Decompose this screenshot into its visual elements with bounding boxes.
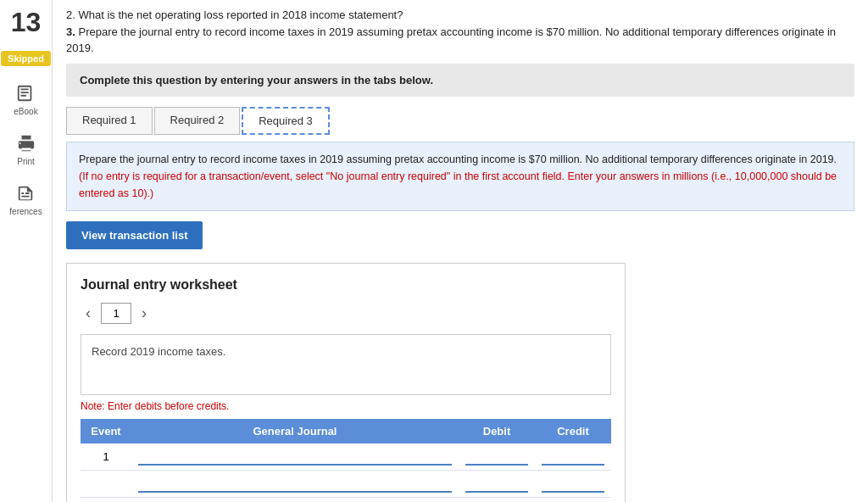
col-credit: Credit bbox=[535, 419, 611, 443]
ebook-label: eBook bbox=[14, 107, 37, 116]
credit-input-1[interactable] bbox=[542, 448, 604, 466]
worksheet-title: Journal entry worksheet bbox=[81, 277, 611, 293]
general-journal-cell bbox=[131, 470, 459, 497]
main-content: 2. What is the net operating loss report… bbox=[53, 0, 868, 502]
note-warning: Note: Enter debits before credits. bbox=[81, 400, 611, 412]
general-journal-input-1[interactable] bbox=[138, 448, 452, 466]
note-area: Record 2019 income taxes. bbox=[81, 334, 611, 395]
table-row bbox=[81, 497, 611, 502]
pagination: ‹ 1 › bbox=[81, 303, 611, 324]
table-row: 1 bbox=[81, 443, 611, 471]
book-icon bbox=[14, 81, 37, 105]
col-general-journal: General Journal bbox=[131, 419, 459, 443]
debit-cell bbox=[459, 497, 535, 502]
sidebar-item-ebook[interactable]: eBook bbox=[14, 81, 37, 116]
info-box: Prepare the journal entry to record inco… bbox=[66, 142, 854, 211]
references-label: ferences bbox=[9, 207, 42, 216]
sidebar-item-references[interactable]: ferences bbox=[9, 181, 42, 216]
info-main-text: Prepare the journal entry to record inco… bbox=[79, 153, 837, 165]
credit-cell bbox=[535, 443, 611, 471]
references-icon bbox=[14, 181, 37, 205]
worksheet-card: Journal entry worksheet ‹ 1 › Record 201… bbox=[66, 263, 626, 503]
view-transaction-button[interactable]: View transaction list bbox=[66, 221, 203, 249]
event-cell bbox=[81, 470, 131, 497]
problem-number: 13 bbox=[11, 8, 42, 36]
intro-line3-text: Prepare the journal entry to record inco… bbox=[66, 25, 836, 55]
tab-required-2[interactable]: Required 2 bbox=[154, 107, 241, 135]
table-row bbox=[81, 470, 611, 497]
credit-input-2[interactable] bbox=[542, 475, 604, 493]
event-cell bbox=[81, 497, 131, 502]
tab-required-3[interactable]: Required 3 bbox=[242, 107, 330, 135]
debit-cell bbox=[459, 443, 535, 471]
debit-input-1[interactable] bbox=[465, 448, 528, 466]
col-event: Event bbox=[81, 419, 131, 443]
note-text: Record 2019 income taxes. bbox=[92, 345, 225, 358]
page-prev-button[interactable]: ‹ bbox=[81, 304, 96, 322]
journal-table: Event General Journal Debit Credit 1 bbox=[81, 419, 611, 503]
tab-required-1[interactable]: Required 1 bbox=[66, 107, 153, 135]
info-red-text: (If no entry is required for a transacti… bbox=[79, 170, 837, 199]
page-next-button[interactable]: › bbox=[136, 304, 152, 322]
tabs-container: Required 1 Required 2 Required 3 bbox=[66, 107, 854, 135]
page-number: 1 bbox=[101, 303, 131, 324]
sidebar: 13 Skipped eBook Print ferences bbox=[0, 0, 53, 502]
complete-question-box: Complete this question by entering your … bbox=[66, 64, 854, 97]
credit-cell bbox=[535, 470, 611, 497]
sidebar-item-skipped[interactable]: Skipped bbox=[1, 51, 51, 66]
intro-line2: 2. What is the net operating loss report… bbox=[66, 8, 403, 21]
col-debit: Debit bbox=[459, 419, 535, 443]
skipped-badge[interactable]: Skipped bbox=[1, 51, 51, 66]
print-label: Print bbox=[17, 157, 35, 166]
debit-input-2[interactable] bbox=[465, 475, 528, 493]
general-journal-cell bbox=[131, 443, 459, 471]
event-cell: 1 bbox=[81, 443, 131, 471]
debit-cell bbox=[459, 470, 535, 497]
print-icon bbox=[14, 131, 38, 155]
intro-line3-bold: 3. bbox=[66, 25, 75, 38]
credit-cell bbox=[535, 497, 611, 502]
intro-text: 2. What is the net operating loss report… bbox=[66, 7, 854, 57]
sidebar-item-print[interactable]: Print bbox=[14, 131, 38, 166]
general-journal-input-2[interactable] bbox=[138, 475, 452, 493]
complete-box-text: Complete this question by entering your … bbox=[80, 74, 433, 86]
general-journal-cell bbox=[131, 497, 459, 502]
